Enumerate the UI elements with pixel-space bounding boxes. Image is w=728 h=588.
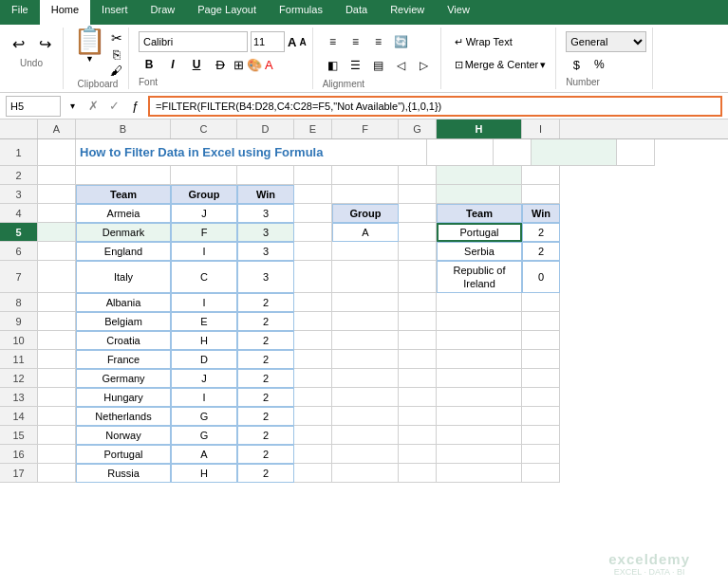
cell-d7[interactable]: 3 <box>237 261 294 293</box>
orient-button[interactable]: 🔄 <box>391 31 412 52</box>
cell-g10[interactable] <box>399 331 437 350</box>
tab-draw[interactable]: Draw <box>140 0 187 25</box>
cell-d5[interactable]: 3 <box>237 223 294 242</box>
cell-b10[interactable]: Croatia <box>76 331 171 350</box>
cell-g7[interactable] <box>399 261 437 293</box>
cell-f1[interactable] <box>427 139 494 166</box>
col-header-e[interactable]: E <box>294 119 332 138</box>
cell-d8[interactable]: 2 <box>237 293 294 312</box>
cell-f6[interactable] <box>332 242 399 261</box>
cell-d2[interactable] <box>237 166 294 185</box>
cell-f10[interactable] <box>332 331 399 350</box>
cell-f13[interactable] <box>332 388 399 407</box>
cell-i5[interactable]: 2 <box>522 223 560 242</box>
cell-b5[interactable]: Denmark <box>76 223 171 242</box>
cell-c16[interactable]: A <box>171 445 237 464</box>
cell-d14[interactable]: 2 <box>237 407 294 426</box>
formula-expand-button[interactable]: ▾ <box>65 101 80 111</box>
formula-confirm-button[interactable]: ✓ <box>104 99 123 113</box>
cell-a7[interactable] <box>38 261 76 293</box>
cell-c17[interactable]: H <box>171 464 237 483</box>
col-header-a[interactable]: A <box>38 119 76 138</box>
row-header-13[interactable]: 13 <box>0 388 38 407</box>
cell-a1[interactable] <box>38 139 76 166</box>
cell-e5[interactable] <box>294 223 332 242</box>
cell-g17[interactable] <box>399 464 437 483</box>
font-size-decrease-button[interactable]: A <box>299 37 306 47</box>
cell-c8[interactable]: I <box>171 293 237 312</box>
indent-inc-button[interactable]: ▷ <box>414 55 435 76</box>
cell-d10[interactable]: 2 <box>237 331 294 350</box>
cell-a16[interactable] <box>38 445 76 464</box>
cell-i6[interactable]: 2 <box>522 242 560 261</box>
tab-page-layout[interactable]: Page Layout <box>186 0 268 25</box>
row-header-5[interactable]: 5 <box>0 223 38 242</box>
cell-a9[interactable] <box>38 312 76 331</box>
cell-f7[interactable] <box>332 261 399 293</box>
cell-f16[interactable] <box>332 445 399 464</box>
cell-a15[interactable] <box>38 426 76 445</box>
cell-c9[interactable]: E <box>171 312 237 331</box>
cell-f3[interactable] <box>332 185 399 204</box>
row-header-9[interactable]: 9 <box>0 312 38 331</box>
cell-g6[interactable] <box>399 242 437 261</box>
cell-e4[interactable] <box>294 204 332 223</box>
cell-g5[interactable] <box>399 223 437 242</box>
cell-e11[interactable] <box>294 350 332 369</box>
cell-e12[interactable] <box>294 369 332 388</box>
cell-h4[interactable]: Team <box>437 204 522 223</box>
cell-c2[interactable] <box>171 166 237 185</box>
cell-h7[interactable]: Republic ofIreland <box>437 261 522 293</box>
row-header-1[interactable]: 1 <box>0 139 38 166</box>
col-header-i[interactable]: I <box>522 119 560 138</box>
tab-file[interactable]: File <box>0 0 40 25</box>
cell-c6[interactable]: I <box>171 242 237 261</box>
row-header-16[interactable]: 16 <box>0 445 38 464</box>
font-color-button[interactable]: A <box>265 58 273 72</box>
row-header-8[interactable]: 8 <box>0 293 38 312</box>
row-header-3[interactable]: 3 <box>0 185 38 204</box>
format-painter-button[interactable]: 🖌 <box>110 64 122 77</box>
cell-i8[interactable] <box>522 293 560 312</box>
cell-a5[interactable] <box>38 223 76 242</box>
redo-button[interactable]: ↪ <box>32 31 57 56</box>
cell-a4[interactable] <box>38 204 76 223</box>
cell-f14[interactable] <box>332 407 399 426</box>
cell-h11[interactable] <box>437 350 522 369</box>
cell-f15[interactable] <box>332 426 399 445</box>
cell-c7[interactable]: C <box>171 261 237 293</box>
row-header-17[interactable]: 17 <box>0 464 38 483</box>
cell-h13[interactable] <box>437 388 522 407</box>
font-name-input[interactable] <box>139 31 248 52</box>
cell-c14[interactable]: G <box>171 407 237 426</box>
cell-g11[interactable] <box>399 350 437 369</box>
row-header-7[interactable]: 7 <box>0 261 38 293</box>
cell-f5[interactable]: A <box>332 223 399 242</box>
cell-h1[interactable] <box>532 139 617 166</box>
cell-d4[interactable]: 3 <box>237 204 294 223</box>
align-center-button[interactable]: ☰ <box>345 55 366 76</box>
cell-g8[interactable] <box>399 293 437 312</box>
cell-f4[interactable]: Group <box>332 204 399 223</box>
cell-reference-box[interactable] <box>6 96 61 117</box>
cell-h17[interactable] <box>437 464 522 483</box>
cell-a12[interactable] <box>38 369 76 388</box>
cell-e17[interactable] <box>294 464 332 483</box>
paste-sub1[interactable]: ▼ <box>85 54 94 64</box>
cell-h15[interactable] <box>437 426 522 445</box>
cell-e6[interactable] <box>294 242 332 261</box>
wrap-text-button[interactable]: ↵ Wrap Text <box>451 31 516 52</box>
cell-d9[interactable]: 2 <box>237 312 294 331</box>
cell-b15[interactable]: Norway <box>76 426 171 445</box>
col-header-b[interactable]: B <box>76 119 171 138</box>
formula-input[interactable] <box>148 96 722 117</box>
cell-h16[interactable] <box>437 445 522 464</box>
cell-b11[interactable]: France <box>76 350 171 369</box>
cell-i2[interactable] <box>522 166 560 185</box>
cell-d12[interactable]: 2 <box>237 369 294 388</box>
cell-a10[interactable] <box>38 331 76 350</box>
tab-formulas[interactable]: Formulas <box>268 0 334 25</box>
cell-g15[interactable] <box>399 426 437 445</box>
cell-g14[interactable] <box>399 407 437 426</box>
cell-a11[interactable] <box>38 350 76 369</box>
